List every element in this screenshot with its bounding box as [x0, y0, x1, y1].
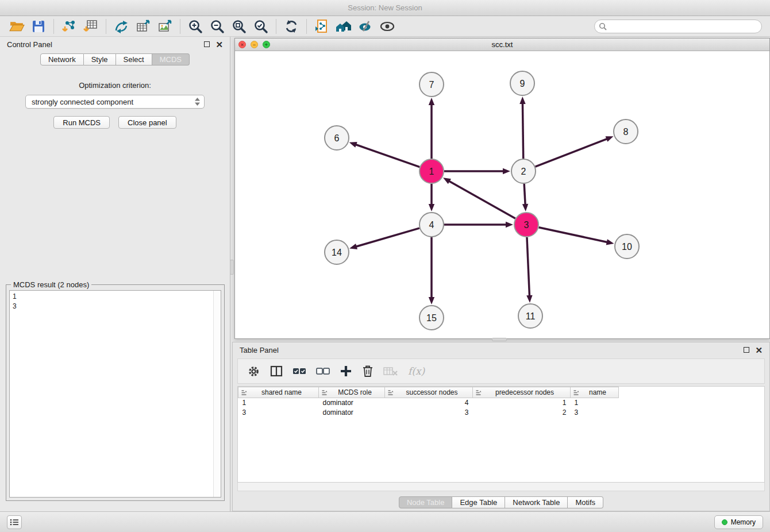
column-header-predecessor-nodes[interactable]: predecessor nodes: [473, 387, 571, 398]
table-settings-gear-icon[interactable]: [247, 363, 260, 379]
select-all-rows-icon[interactable]: [292, 363, 306, 379]
network-window-titlebar[interactable]: × − + scc.txt: [235, 38, 769, 51]
graph-edge-3-10[interactable]: [538, 228, 607, 242]
vertical-splitter-handle[interactable]: [230, 260, 234, 275]
home-pair-icon[interactable]: [333, 17, 355, 36]
graphics-details-icon[interactable]: [355, 17, 376, 36]
zoom-window-button[interactable]: +: [263, 41, 270, 48]
table-horizontal-scrollbar[interactable]: [237, 483, 765, 491]
criterion-dropdown[interactable]: strongly connected component: [25, 95, 205, 109]
memory-button[interactable]: Memory: [714, 515, 763, 529]
table-row[interactable]: 3dominator323: [238, 408, 619, 418]
eye-icon[interactable]: [376, 17, 398, 36]
create-column-icon[interactable]: [340, 363, 352, 379]
mcds-result-box: MCDS result (2 nodes) 13: [6, 284, 225, 501]
panel-list-button[interactable]: [7, 515, 22, 529]
toolbar-separator: [276, 19, 276, 34]
graph-node-label: 11: [526, 311, 536, 321]
sort-icon: [387, 390, 394, 396]
table-tab-node-table[interactable]: Node Table: [399, 496, 453, 508]
zoom-fit-icon[interactable]: [228, 17, 250, 36]
cell-name: 3: [571, 408, 619, 418]
graph-edge-3-1[interactable]: [449, 181, 515, 219]
float-table-panel-icon[interactable]: [744, 347, 749, 353]
graphics-details-glyph: [358, 19, 373, 34]
graph-edge-4-14[interactable]: [356, 228, 419, 246]
network-arrows-glyph: [114, 19, 129, 34]
float-panel-icon[interactable]: [204, 41, 210, 47]
refresh-glyph: [284, 19, 299, 34]
graph-edge-arrowhead: [506, 222, 513, 228]
deselect-all-rows-icon[interactable]: [316, 363, 330, 379]
graph-node-label: 4: [429, 220, 434, 230]
table-tab-edge-table[interactable]: Edge Table: [452, 496, 505, 508]
import-table-icon[interactable]: [80, 17, 102, 36]
close-panel-button[interactable]: Close panel: [118, 116, 176, 129]
graph-edge-arrowhead: [526, 295, 532, 303]
new-network-icon[interactable]: [110, 17, 132, 36]
close-window-button[interactable]: ×: [238, 41, 246, 48]
mcds-result-list: 13: [9, 290, 221, 498]
table-panel-header: Table Panel ✕: [233, 342, 769, 357]
cell-successor-nodes: 4: [385, 398, 473, 408]
home-pair-glyph: [335, 19, 352, 34]
zoom-in-icon[interactable]: [184, 17, 206, 36]
graph-edge-1-6[interactable]: [355, 144, 419, 167]
function-builder-icon-disabled[interactable]: f(x): [408, 363, 425, 379]
graph-edge-2-8[interactable]: [536, 138, 608, 167]
cell-mcds-role: dominator: [319, 398, 385, 408]
tab-network[interactable]: Network: [40, 53, 84, 65]
tab-style[interactable]: Style: [84, 53, 116, 65]
export-image-icon[interactable]: [154, 17, 176, 36]
tab-select[interactable]: Select: [116, 53, 152, 65]
export-image-glyph: [157, 19, 172, 34]
network-canvas[interactable]: 1234678910111415: [235, 51, 769, 338]
graph-edge-arrowhead: [429, 297, 434, 304]
table-tab-network-table[interactable]: Network Table: [505, 496, 568, 508]
network-document-icon[interactable]: [311, 17, 333, 36]
table-tab-motifs[interactable]: Motifs: [568, 496, 603, 508]
column-header-mcds-role[interactable]: MCDS role: [319, 387, 385, 398]
optimization-criterion-label: Optimization criterion:: [0, 81, 230, 90]
network-graph: 1234678910111415: [235, 51, 769, 338]
graph-edge-2-3[interactable]: [524, 184, 525, 205]
graph-edge-3-11[interactable]: [527, 237, 530, 296]
graph-edge-2-9[interactable]: [522, 103, 523, 159]
save-session-icon[interactable]: [28, 17, 49, 36]
zoom-out-icon[interactable]: [206, 17, 228, 36]
open-session-icon[interactable]: [6, 17, 28, 36]
column-header-label: successor nodes: [394, 388, 470, 396]
horizontal-splitter-handle[interactable]: [492, 338, 507, 341]
cell-name: 1: [571, 398, 619, 408]
search-input[interactable]: [594, 20, 762, 33]
import-network-icon[interactable]: [58, 17, 80, 36]
delete-table-icon-disabled[interactable]: [383, 363, 398, 379]
minimize-window-button[interactable]: −: [251, 41, 258, 48]
graph-edge-arrowhead: [443, 178, 451, 184]
column-header-label: predecessor nodes: [482, 388, 568, 396]
graph-node-label: 10: [622, 242, 632, 252]
close-panel-icon[interactable]: ✕: [215, 40, 223, 49]
column-visibility-icon[interactable]: [270, 363, 283, 379]
zoom-selected-glyph: [253, 19, 268, 34]
delete-column-icon[interactable]: [362, 363, 374, 379]
column-header-successor-nodes[interactable]: successor nodes: [385, 387, 473, 398]
graph-edge-arrowhead: [349, 244, 357, 249]
node-table-head: shared nameMCDS rolesuccessor nodesprede…: [238, 387, 619, 398]
graph-edge-arrowhead: [522, 204, 528, 211]
sort-icon: [475, 390, 482, 396]
table-row[interactable]: 1dominator411: [238, 398, 619, 408]
result-scrollbar[interactable]: [213, 291, 221, 497]
export-table-icon[interactable]: [132, 17, 154, 36]
tab-mcds[interactable]: MCDS: [152, 53, 190, 65]
run-mcds-button[interactable]: Run MCDS: [53, 116, 110, 129]
close-table-panel-icon[interactable]: ✕: [755, 346, 763, 354]
toolbar-separator: [306, 19, 307, 34]
cell-predecessor-nodes: 2: [473, 408, 571, 418]
column-header-label: MCDS role: [328, 388, 382, 396]
column-header-name[interactable]: name: [571, 387, 619, 398]
zoom-selected-icon[interactable]: [250, 17, 272, 36]
node-table-body: 1dominator4113dominator323: [238, 398, 619, 418]
refresh-layout-icon[interactable]: [280, 17, 302, 36]
column-header-shared-name[interactable]: shared name: [238, 387, 319, 398]
